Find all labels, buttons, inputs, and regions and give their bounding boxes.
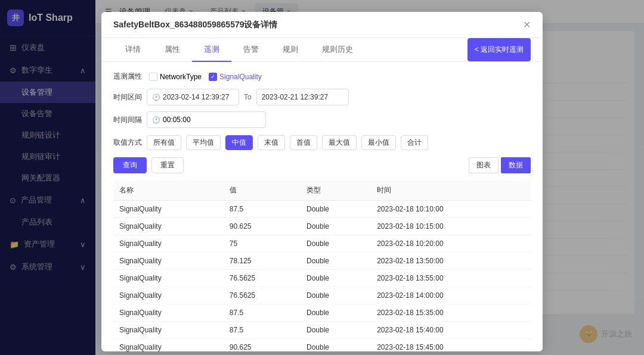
data-view-button[interactable]: 数据 <box>501 157 531 173</box>
network-type-checkbox[interactable]: NetworkType <box>149 73 202 81</box>
time-interval-label: 时间间隔 <box>113 115 142 125</box>
time-interval-filter: 时间间隔 🕐 00:05:00 <box>113 111 531 128</box>
agg-min-button[interactable]: 最小值 <box>361 135 396 150</box>
cell-name: SignalQuality <box>113 287 224 304</box>
tab-rule[interactable]: 规则 <box>271 38 310 62</box>
query-button[interactable]: 查询 <box>113 157 147 173</box>
cell-time: 2023-02-18 10:10:00 <box>371 201 531 218</box>
time-interval-value: 00:05:00 <box>163 116 191 124</box>
cell-type: Double <box>301 339 371 352</box>
cell-time: 2023-02-18 15:35:00 <box>371 304 531 322</box>
telemetry-table-body: SignalQuality 87.5 Double 2023-02-18 10:… <box>113 201 531 352</box>
device-detail-modal: SafetyBeltBox_863488059865579设备详情 ✕ 详情 属… <box>101 24 543 351</box>
cell-time: 2023-02-18 15:40:00 <box>371 322 531 339</box>
signal-quality-label: SignalQuality <box>219 73 262 81</box>
modal-body: 遥测属性 NetworkType ✓ SignalQuality 时间区间 <box>101 62 543 351</box>
view-toggle-buttons: 图表 数据 <box>469 157 531 173</box>
table-header-row: 名称 值 类型 时间 <box>113 180 531 201</box>
cell-name: SignalQuality <box>113 270 224 287</box>
clock-icon: 🕐 <box>152 116 160 124</box>
chart-view-button[interactable]: 图表 <box>469 157 499 173</box>
cell-time: 2023-02-18 10:20:00 <box>371 235 531 253</box>
telemetry-data-table: 名称 值 类型 时间 SignalQuality 87.5 Double 202… <box>113 180 531 351</box>
table-row: SignalQuality 87.5 Double 2023-02-18 15:… <box>113 304 531 322</box>
cell-value: 90.625 <box>224 339 301 352</box>
cell-type: Double <box>301 287 371 304</box>
cell-time: 2023-02-18 13:50:00 <box>371 253 531 270</box>
time-interval-input[interactable]: 🕐 00:05:00 <box>147 111 266 128</box>
query-reset-buttons: 查询 重置 <box>113 157 184 173</box>
col-type: 类型 <box>301 180 371 201</box>
table-row: SignalQuality 76.5625 Double 2023-02-18 … <box>113 287 531 304</box>
table-row: SignalQuality 90.625 Double 2023-02-18 1… <box>113 218 531 235</box>
col-name: 名称 <box>113 180 224 201</box>
cell-name: SignalQuality <box>113 304 224 322</box>
cell-type: Double <box>301 304 371 322</box>
cell-type: Double <box>301 235 371 253</box>
signal-quality-checkbox[interactable]: ✓ SignalQuality <box>209 73 262 81</box>
agg-all-button[interactable]: 所有值 <box>147 135 181 150</box>
main-area: ☰ 设备管理 仪表盘 ✕ 产品列表 ✕ 设备管 ✕ 添加 规则下发 ☐ 设备名称 <box>95 0 644 355</box>
cell-name: SignalQuality <box>113 322 224 339</box>
calendar-icon: 🕐 <box>152 94 160 101</box>
tab-rule-history[interactable]: 规则历史 <box>310 38 365 62</box>
cell-value: 90.625 <box>224 218 301 235</box>
tab-attribute[interactable]: 属性 <box>153 38 192 62</box>
cell-name: SignalQuality <box>113 339 224 352</box>
content-area: 添加 规则下发 ☐ 设备名称 ☐ SafetyBeltBox_8634... ☐… <box>95 24 644 355</box>
tab-alarm[interactable]: 告警 <box>231 38 271 62</box>
end-date-input[interactable]: 2023-02-21 12:39:27 <box>256 89 349 105</box>
modal-header: SafetyBeltBox_863488059865579设备详情 ✕ <box>101 24 543 38</box>
aggregation-filter: 取值方式 所有值 平均值 中值 末值 首值 最大值 最小值 合计 <box>113 135 531 150</box>
start-date-input[interactable]: 🕐 2023-02-14 12:39:27 <box>147 89 239 105</box>
cell-name: SignalQuality <box>113 201 224 218</box>
cell-value: 87.5 <box>224 322 301 339</box>
reset-button[interactable]: 重置 <box>151 157 184 173</box>
modal-title: SafetyBeltBox_863488059865579设备详情 <box>113 24 278 30</box>
cell-type: Double <box>301 201 371 218</box>
modal-close-button[interactable]: ✕ <box>523 24 531 30</box>
cell-name: SignalQuality <box>113 218 224 235</box>
cell-type: Double <box>301 270 371 287</box>
cell-name: SignalQuality <box>113 253 224 270</box>
cell-name: SignalQuality <box>113 235 224 253</box>
network-type-label: NetworkType <box>160 73 202 81</box>
cell-value: 76.5625 <box>224 287 301 304</box>
realtime-telemetry-button[interactable]: < 返回实时遥测 <box>467 38 531 61</box>
tab-detail[interactable]: 详情 <box>113 38 153 62</box>
table-row: SignalQuality 87.5 Double 2023-02-18 10:… <box>113 201 531 218</box>
table-row: SignalQuality 90.625 Double 2023-02-18 1… <box>113 339 531 352</box>
table-row: SignalQuality 78.125 Double 2023-02-18 1… <box>113 253 531 270</box>
date-range-filter: 时间区间 🕐 2023-02-14 12:39:27 To 2023-02-21… <box>113 89 531 105</box>
agg-median-button[interactable]: 中值 <box>225 135 253 150</box>
col-time: 时间 <box>371 180 531 201</box>
telemetry-attr-label: 遥测属性 <box>113 71 142 82</box>
cell-time: 2023-02-18 13:55:00 <box>371 270 531 287</box>
end-date-value: 2023-02-21 12:39:27 <box>262 93 328 101</box>
agg-last-button[interactable]: 末值 <box>258 135 285 150</box>
table-row: SignalQuality 76.5625 Double 2023-02-18 … <box>113 270 531 287</box>
agg-sum-button[interactable]: 合计 <box>401 135 428 150</box>
agg-first-button[interactable]: 首值 <box>290 135 317 150</box>
cell-type: Double <box>301 253 371 270</box>
table-row: SignalQuality 87.5 Double 2023-02-18 15:… <box>113 322 531 339</box>
agg-label: 取值方式 <box>113 138 142 148</box>
agg-max-button[interactable]: 最大值 <box>322 135 357 150</box>
cell-type: Double <box>301 218 371 235</box>
cell-time: 2023-02-18 15:45:00 <box>371 339 531 352</box>
modal-tab-bar: 详情 属性 遥测 告警 规则 规则历史 < 返回实时遥测 <box>101 38 543 62</box>
cell-value: 76.5625 <box>224 270 301 287</box>
cell-value: 78.125 <box>224 253 301 270</box>
agg-avg-button[interactable]: 平均值 <box>186 135 221 150</box>
cell-value: 87.5 <box>224 201 301 218</box>
cell-value: 75 <box>224 235 301 253</box>
cell-value: 87.5 <box>224 304 301 322</box>
action-row: 查询 重置 图表 数据 <box>113 157 531 173</box>
tab-telemetry[interactable]: 遥测 <box>192 38 231 62</box>
cell-time: 2023-02-18 14:00:00 <box>371 287 531 304</box>
checkbox-checked-icon: ✓ <box>209 73 217 81</box>
table-row: SignalQuality 75 Double 2023-02-18 10:20… <box>113 235 531 253</box>
cell-time: 2023-02-18 10:15:00 <box>371 218 531 235</box>
checkbox-unchecked-icon <box>149 73 157 81</box>
to-separator: To <box>244 93 252 101</box>
